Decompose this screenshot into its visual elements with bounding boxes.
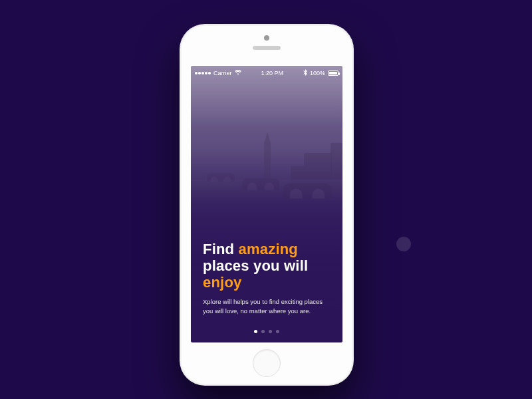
page-indicator[interactable] bbox=[191, 330, 342, 333]
home-button[interactable] bbox=[253, 349, 281, 377]
page-dot-3[interactable] bbox=[269, 330, 272, 333]
bluetooth-icon bbox=[303, 69, 307, 77]
heading-part: places you will bbox=[203, 257, 308, 274]
status-bar: Carrier 1:20 PM 100% bbox=[191, 66, 342, 78]
carrier-label: Carrier bbox=[213, 70, 232, 76]
heading-part: Find bbox=[203, 241, 239, 257]
onboarding-subtitle: Xplore will helps you to find exciting p… bbox=[203, 297, 329, 316]
page-dot-4[interactable] bbox=[276, 330, 279, 333]
page-dot-1[interactable] bbox=[254, 330, 257, 333]
onboarding-heading: Find amazing places you will enjoy bbox=[203, 241, 331, 291]
onboarding-content: Find amazing places you will enjoy Xplor… bbox=[203, 241, 331, 316]
mockup-stage: Carrier 1:20 PM 100% bbox=[0, 0, 532, 399]
heading-accent: amazing bbox=[239, 241, 298, 257]
front-camera bbox=[264, 35, 269, 41]
battery-percent: 100% bbox=[310, 70, 325, 76]
battery-icon bbox=[328, 70, 338, 76]
phone-bezel: Carrier 1:20 PM 100% bbox=[182, 26, 352, 384]
heading-accent: enjoy bbox=[203, 274, 241, 291]
signal-strength-icon bbox=[195, 72, 211, 74]
earpiece-speaker bbox=[253, 46, 281, 50]
wifi-icon bbox=[235, 70, 241, 76]
phone-frame: Carrier 1:20 PM 100% bbox=[180, 24, 354, 386]
status-time: 1:20 PM bbox=[261, 70, 283, 76]
decorative-circle bbox=[396, 237, 411, 251]
page-dot-2[interactable] bbox=[261, 330, 265, 333]
phone-screen[interactable]: Carrier 1:20 PM 100% bbox=[191, 66, 342, 342]
